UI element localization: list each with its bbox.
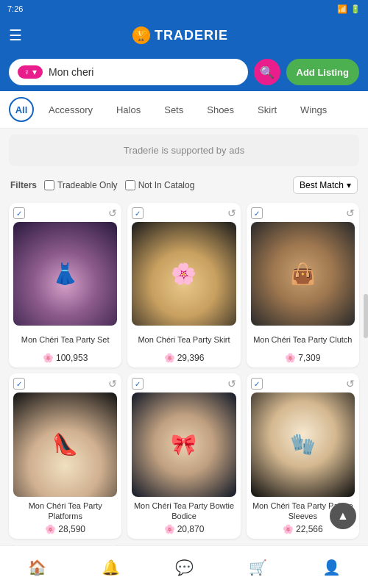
item-image: 👜 bbox=[251, 222, 355, 326]
item-name: Mon Chéri Tea Party Clutch bbox=[251, 329, 355, 350]
item-name: Mon Chéri Tea Party Skirt bbox=[132, 329, 236, 350]
logo-icon: 🏆 bbox=[132, 26, 150, 44]
scroll-handle[interactable] bbox=[364, 294, 368, 338]
search-button[interactable]: 🔍 bbox=[254, 59, 280, 85]
category-bar: All Accessory Halos Sets Shoes Skirt Win… bbox=[0, 91, 368, 129]
filters-left: Filters Tradeable Only Not In Catalog bbox=[10, 180, 194, 190]
avatar-gender-icon: ♀ bbox=[24, 67, 30, 77]
item-image: 🌸 bbox=[132, 222, 236, 326]
not-in-catalog-checkbox[interactable] bbox=[125, 180, 135, 190]
item-card[interactable]: ✓ ↺ 👜 Mon Chéri Tea Party Clutch 🌸 7,309 bbox=[247, 203, 359, 368]
tradeable-only-checkbox[interactable] bbox=[44, 180, 54, 190]
menu-button[interactable]: ☰ bbox=[9, 26, 22, 44]
item-checkbox[interactable]: ✓ bbox=[132, 378, 144, 390]
robux-icon: 🌸 bbox=[285, 353, 296, 363]
category-all[interactable]: All bbox=[9, 97, 34, 122]
item-heart-button[interactable]: ↺ bbox=[108, 378, 117, 390]
header: ☰ 🏆 TRADERIE bbox=[0, 18, 368, 53]
category-accessory[interactable]: Accessory bbox=[40, 101, 102, 118]
avatar-chip[interactable]: ♀ ▾ bbox=[18, 65, 43, 79]
robux-icon: 🌸 bbox=[45, 524, 56, 534]
item-image: 👗 bbox=[13, 222, 117, 326]
item-price: 🌸 29,396 bbox=[132, 353, 236, 363]
ad-banner: Traderie is supported by ads bbox=[9, 135, 359, 166]
item-card[interactable]: ✓ ↺ 🎀 Mon Chéri Tea Party Bowtie Bodice … bbox=[127, 373, 240, 539]
price-value: 29,396 bbox=[177, 353, 205, 363]
item-name: Mon Chéri Tea Party Platforms bbox=[13, 501, 117, 522]
add-listing-button[interactable]: Add Listing bbox=[286, 59, 360, 85]
nav-home[interactable]: 🏠 bbox=[28, 559, 46, 576]
category-skirt[interactable]: Skirt bbox=[249, 101, 286, 118]
item-checkbox[interactable]: ✓ bbox=[132, 207, 144, 219]
tradeable-only-label: Tradeable Only bbox=[57, 180, 118, 190]
sort-chevron-icon: ▾ bbox=[347, 180, 351, 190]
not-in-catalog-filter[interactable]: Not In Catalog bbox=[125, 180, 195, 190]
sort-dropdown[interactable]: Best Match ▾ bbox=[293, 176, 358, 194]
status-left: 7:26 bbox=[7, 4, 23, 13]
item-image-placeholder: 🧤 bbox=[251, 392, 355, 496]
item-card-header: ✓ ↺ bbox=[251, 378, 355, 390]
nav-cart[interactable]: 🛒 bbox=[249, 559, 267, 576]
category-halos[interactable]: Halos bbox=[107, 101, 149, 118]
item-heart-button[interactable]: ↺ bbox=[108, 207, 117, 219]
item-heart-button[interactable]: ↺ bbox=[227, 207, 236, 219]
scroll-to-top-button[interactable]: ▲ bbox=[330, 503, 356, 529]
price-value: 7,309 bbox=[298, 353, 320, 363]
item-price: 🌸 20,870 bbox=[132, 524, 236, 534]
item-card-header: ✓ ↺ bbox=[13, 378, 117, 390]
filters-label: Filters bbox=[10, 180, 37, 190]
item-card-header: ✓ ↺ bbox=[132, 378, 236, 390]
tradeable-only-filter[interactable]: Tradeable Only bbox=[44, 180, 118, 190]
item-name: Mon Chéri Tea Party Set bbox=[13, 329, 117, 350]
nav-chat[interactable]: 💬 bbox=[175, 559, 194, 576]
item-name: Mon Chéri Tea Party Bowtie Bodice bbox=[132, 501, 236, 522]
item-image: 🧤 bbox=[251, 392, 355, 496]
item-card-header: ✓ ↺ bbox=[251, 207, 355, 219]
bottom-nav: 🏠 🔔 💬 🛒 👤 bbox=[0, 545, 368, 588]
category-sets[interactable]: Sets bbox=[155, 101, 192, 118]
search-input[interactable] bbox=[49, 66, 239, 78]
category-wings[interactable]: Wings bbox=[291, 101, 336, 118]
item-checkbox[interactable]: ✓ bbox=[251, 207, 263, 219]
search-wrapper: ♀ ▾ bbox=[9, 59, 248, 85]
filters-row: Filters Tradeable Only Not In Catalog Be… bbox=[0, 172, 368, 198]
sort-label: Best Match bbox=[300, 180, 344, 190]
app-title: TRADERIE bbox=[155, 28, 228, 43]
robux-icon: 🌸 bbox=[164, 353, 175, 363]
price-value: 28,590 bbox=[58, 524, 85, 534]
price-value: 22,566 bbox=[296, 524, 323, 534]
item-heart-button[interactable]: ↺ bbox=[346, 207, 355, 219]
battery-icon: 🔋 bbox=[350, 4, 361, 14]
item-image-placeholder: 🌸 bbox=[132, 222, 236, 326]
search-bar: ♀ ▾ 🔍 Add Listing bbox=[0, 53, 368, 91]
ad-text: Traderie is supported by ads bbox=[124, 145, 244, 156]
item-heart-button[interactable]: ↺ bbox=[346, 378, 355, 390]
item-image-placeholder: 👜 bbox=[251, 222, 355, 326]
robux-icon: 🌸 bbox=[283, 524, 294, 534]
nav-notifications[interactable]: 🔔 bbox=[102, 559, 120, 576]
item-image-placeholder: 🎀 bbox=[132, 392, 236, 496]
price-value: 100,953 bbox=[56, 353, 88, 363]
time-display: 7:26 bbox=[7, 4, 23, 13]
item-checkbox[interactable]: ✓ bbox=[251, 378, 263, 390]
item-card[interactable]: ✓ ↺ 👗 Mon Chéri Tea Party Set 🌸 100,953 bbox=[9, 203, 121, 368]
item-card[interactable]: ✓ ↺ 🌸 Mon Chéri Tea Party Skirt 🌸 29,396 bbox=[127, 203, 240, 368]
chevron-down-icon: ▾ bbox=[32, 67, 37, 77]
item-checkbox[interactable]: ✓ bbox=[13, 207, 25, 219]
item-price: 🌸 100,953 bbox=[13, 353, 117, 363]
item-card-header: ✓ ↺ bbox=[13, 207, 117, 219]
not-in-catalog-label: Not In Catalog bbox=[138, 180, 195, 190]
item-card[interactable]: ✓ ↺ 👠 Mon Chéri Tea Party Platforms 🌸 28… bbox=[9, 373, 121, 539]
category-shoes[interactable]: Shoes bbox=[198, 101, 243, 118]
item-card-header: ✓ ↺ bbox=[132, 207, 236, 219]
item-price: 🌸 7,309 bbox=[251, 353, 355, 363]
item-image-placeholder: 👗 bbox=[13, 222, 117, 326]
logo: 🏆 TRADERIE bbox=[132, 26, 228, 44]
status-bar: 7:26 📶 🔋 bbox=[0, 0, 368, 18]
nav-profile[interactable]: 👤 bbox=[322, 559, 341, 576]
status-right: 📶 🔋 bbox=[337, 4, 361, 14]
robux-icon: 🌸 bbox=[164, 524, 175, 534]
item-checkbox[interactable]: ✓ bbox=[13, 378, 25, 390]
item-heart-button[interactable]: ↺ bbox=[227, 378, 236, 390]
item-price: 🌸 28,590 bbox=[13, 524, 117, 534]
